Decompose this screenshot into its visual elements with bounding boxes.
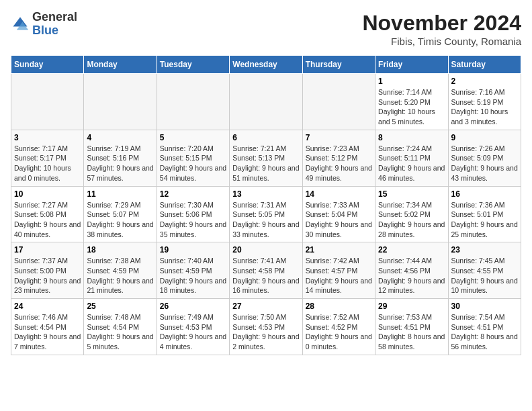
day-number: 22: [378, 245, 445, 255]
calendar-day-cell: 12Sunrise: 7:30 AM Sunset: 5:06 PM Dayli…: [157, 186, 229, 242]
day-info: Sunrise: 7:14 AM Sunset: 5:20 PM Dayligh…: [378, 87, 445, 127]
calendar-day-cell: [157, 74, 229, 130]
calendar-day-cell: 18Sunrise: 7:38 AM Sunset: 4:59 PM Dayli…: [84, 242, 157, 299]
day-number: 4: [87, 133, 153, 142]
day-number: 5: [160, 133, 226, 142]
day-info: Sunrise: 7:30 AM Sunset: 5:06 PM Dayligh…: [160, 200, 226, 240]
day-number: 17: [14, 245, 81, 255]
day-info: Sunrise: 7:36 AM Sunset: 5:01 PM Dayligh…: [451, 200, 518, 240]
day-number: 29: [378, 302, 445, 311]
day-number: 21: [306, 245, 372, 255]
calendar-day-cell: 15Sunrise: 7:34 AM Sunset: 5:02 PM Dayli…: [375, 186, 448, 242]
day-info: Sunrise: 7:20 AM Sunset: 5:15 PM Dayligh…: [160, 144, 226, 183]
calendar-day-cell: 25Sunrise: 7:48 AM Sunset: 4:54 PM Dayli…: [84, 299, 157, 355]
day-info: Sunrise: 7:40 AM Sunset: 4:59 PM Dayligh…: [160, 256, 226, 295]
day-info: Sunrise: 7:42 AM Sunset: 4:57 PM Dayligh…: [306, 256, 372, 295]
day-info: Sunrise: 7:33 AM Sunset: 5:04 PM Dayligh…: [306, 200, 372, 240]
day-info: Sunrise: 7:19 AM Sunset: 5:16 PM Dayligh…: [87, 144, 153, 183]
header: General Blue November 2024 Fibis, Timis …: [11, 11, 521, 47]
day-info: Sunrise: 7:54 AM Sunset: 4:51 PM Dayligh…: [451, 312, 518, 352]
day-info: Sunrise: 7:21 AM Sunset: 5:13 PM Dayligh…: [232, 144, 299, 183]
day-number: 3: [14, 133, 81, 142]
day-info: Sunrise: 7:31 AM Sunset: 5:05 PM Dayligh…: [232, 200, 299, 240]
calendar-day-cell: 7Sunrise: 7:23 AM Sunset: 5:12 PM Daylig…: [302, 130, 375, 186]
calendar-day-cell: 14Sunrise: 7:33 AM Sunset: 5:04 PM Dayli…: [302, 186, 375, 242]
day-number: 28: [306, 302, 372, 311]
weekday-header: Thursday: [302, 56, 375, 74]
day-number: 12: [160, 189, 226, 199]
weekday-header: Monday: [84, 56, 157, 74]
day-number: 23: [451, 245, 518, 255]
day-number: 11: [87, 189, 153, 199]
day-number: 6: [232, 133, 299, 142]
day-number: 13: [232, 189, 299, 199]
month-title: November 2024: [362, 11, 521, 36]
day-number: 27: [232, 302, 299, 311]
day-info: Sunrise: 7:46 AM Sunset: 4:54 PM Dayligh…: [14, 312, 81, 352]
calendar-day-cell: 8Sunrise: 7:24 AM Sunset: 5:11 PM Daylig…: [375, 130, 448, 186]
day-number: 20: [232, 245, 299, 255]
calendar-day-cell: [302, 74, 375, 130]
calendar-day-cell: 19Sunrise: 7:40 AM Sunset: 4:59 PM Dayli…: [157, 242, 229, 299]
weekday-header: Saturday: [448, 56, 521, 74]
day-number: 24: [14, 302, 81, 311]
day-info: Sunrise: 7:29 AM Sunset: 5:07 PM Dayligh…: [87, 200, 153, 240]
weekday-header: Friday: [375, 56, 448, 74]
calendar-week-row: 17Sunrise: 7:37 AM Sunset: 5:00 PM Dayli…: [11, 242, 521, 299]
day-number: 14: [306, 189, 372, 199]
day-number: 15: [378, 189, 445, 199]
calendar-day-cell: 20Sunrise: 7:41 AM Sunset: 4:58 PM Dayli…: [230, 242, 302, 299]
logo-general-text: General: [32, 10, 77, 24]
day-number: 25: [87, 302, 153, 311]
calendar-day-cell: [11, 74, 84, 130]
day-info: Sunrise: 7:52 AM Sunset: 4:52 PM Dayligh…: [306, 312, 372, 352]
day-number: 30: [451, 302, 518, 311]
title-area: November 2024 Fibis, Timis County, Roman…: [362, 11, 521, 47]
day-info: Sunrise: 7:44 AM Sunset: 4:56 PM Dayligh…: [378, 256, 445, 295]
calendar-day-cell: [84, 74, 157, 130]
calendar-week-row: 24Sunrise: 7:46 AM Sunset: 4:54 PM Dayli…: [11, 299, 521, 355]
calendar-day-cell: 27Sunrise: 7:50 AM Sunset: 4:53 PM Dayli…: [230, 299, 302, 355]
calendar-day-cell: 29Sunrise: 7:53 AM Sunset: 4:51 PM Dayli…: [375, 299, 448, 355]
calendar: SundayMondayTuesdayWednesdayThursdayFrid…: [11, 55, 521, 355]
location-subtitle: Fibis, Timis County, Romania: [362, 36, 521, 47]
day-number: 7: [306, 133, 372, 142]
calendar-day-cell: 2Sunrise: 7:16 AM Sunset: 5:19 PM Daylig…: [448, 74, 521, 130]
day-info: Sunrise: 7:16 AM Sunset: 5:19 PM Dayligh…: [451, 87, 518, 127]
calendar-day-cell: 21Sunrise: 7:42 AM Sunset: 4:57 PM Dayli…: [302, 242, 375, 299]
weekday-header: Wednesday: [230, 56, 302, 74]
day-info: Sunrise: 7:45 AM Sunset: 4:55 PM Dayligh…: [451, 256, 518, 295]
calendar-day-cell: 10Sunrise: 7:27 AM Sunset: 5:08 PM Dayli…: [11, 186, 84, 242]
day-number: 8: [378, 133, 445, 142]
calendar-week-row: 3Sunrise: 7:17 AM Sunset: 5:17 PM Daylig…: [11, 130, 521, 186]
calendar-week-row: 10Sunrise: 7:27 AM Sunset: 5:08 PM Dayli…: [11, 186, 521, 242]
calendar-day-cell: 22Sunrise: 7:44 AM Sunset: 4:56 PM Dayli…: [375, 242, 448, 299]
day-info: Sunrise: 7:27 AM Sunset: 5:08 PM Dayligh…: [14, 200, 81, 240]
day-info: Sunrise: 7:50 AM Sunset: 4:53 PM Dayligh…: [232, 312, 299, 352]
calendar-day-cell: 1Sunrise: 7:14 AM Sunset: 5:20 PM Daylig…: [375, 74, 448, 130]
day-number: 10: [14, 189, 81, 199]
calendar-day-cell: 30Sunrise: 7:54 AM Sunset: 4:51 PM Dayli…: [448, 299, 521, 355]
day-number: 26: [160, 302, 226, 311]
day-number: 1: [378, 77, 445, 86]
weekday-header-row: SundayMondayTuesdayWednesdayThursdayFrid…: [11, 56, 521, 74]
day-number: 19: [160, 245, 226, 255]
day-info: Sunrise: 7:48 AM Sunset: 4:54 PM Dayligh…: [87, 312, 153, 352]
calendar-day-cell: 3Sunrise: 7:17 AM Sunset: 5:17 PM Daylig…: [11, 130, 84, 186]
day-number: 2: [451, 77, 518, 86]
weekday-header: Sunday: [11, 56, 84, 74]
weekday-header: Tuesday: [157, 56, 229, 74]
calendar-day-cell: 24Sunrise: 7:46 AM Sunset: 4:54 PM Dayli…: [11, 299, 84, 355]
logo-icon: [11, 15, 30, 34]
logo: General Blue: [11, 11, 77, 38]
day-info: Sunrise: 7:38 AM Sunset: 4:59 PM Dayligh…: [87, 256, 153, 295]
day-info: Sunrise: 7:34 AM Sunset: 5:02 PM Dayligh…: [378, 200, 445, 240]
calendar-day-cell: [230, 74, 302, 130]
day-info: Sunrise: 7:23 AM Sunset: 5:12 PM Dayligh…: [306, 144, 372, 183]
day-info: Sunrise: 7:53 AM Sunset: 4:51 PM Dayligh…: [378, 312, 445, 352]
calendar-day-cell: 5Sunrise: 7:20 AM Sunset: 5:15 PM Daylig…: [157, 130, 229, 186]
calendar-day-cell: 17Sunrise: 7:37 AM Sunset: 5:00 PM Dayli…: [11, 242, 84, 299]
calendar-day-cell: 26Sunrise: 7:49 AM Sunset: 4:53 PM Dayli…: [157, 299, 229, 355]
day-info: Sunrise: 7:37 AM Sunset: 5:00 PM Dayligh…: [14, 256, 81, 295]
day-number: 16: [451, 189, 518, 199]
